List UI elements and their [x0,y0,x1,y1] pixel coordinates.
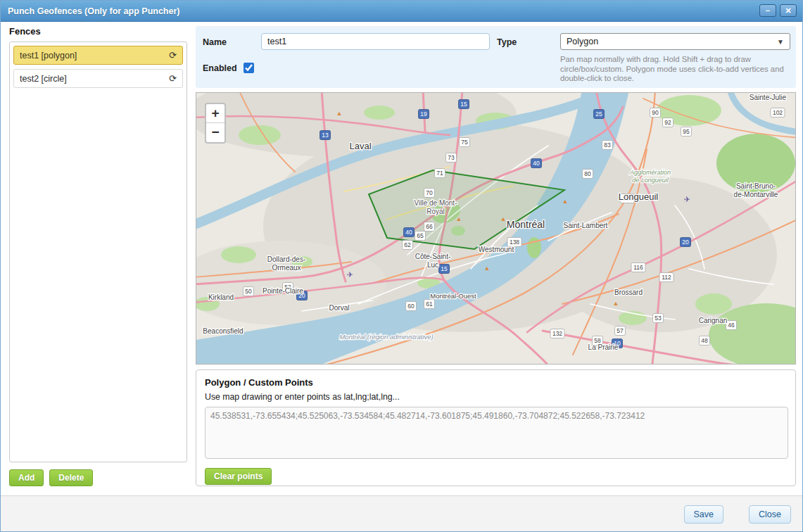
map-label: Montréal [507,219,545,230]
map-label: Agglomération [629,169,671,176]
fences-panel: Fences test1 [polygon] ⟳ test2 [circle] … [9,26,187,486]
zoom-out-button[interactable]: − [206,123,225,142]
shield-number: 53 [655,315,662,322]
map-label: Longueuil [619,191,658,202]
shield-number: 116 [633,264,643,271]
shield-number: 40 [533,160,540,167]
airport-icon: ✈ [346,270,353,279]
fence-item-test1[interactable]: test1 [polygon] ⟳ [13,46,183,65]
close-button-footer[interactable]: Close [749,505,791,524]
map-label: Royal [426,208,445,215]
points-panel: Polygon / Custom Points Use map drawing … [196,369,796,486]
shield-number: 40 [405,229,412,236]
type-label: Type [497,37,517,47]
titlebar-buttons: − ✕ [759,4,797,17]
points-panel-title: Polygon / Custom Points [205,377,787,388]
close-button[interactable]: ✕ [780,4,797,17]
shield-number: 19 [420,110,427,118]
peak-icon: ▲ [562,198,569,205]
map-label: Brossard [614,289,643,296]
shield-number: 20 [682,239,689,246]
shield-number: 15 [460,101,467,108]
map-label: Montréal-Ouest [430,292,476,300]
map-label: Saint-Lambert [564,222,608,229]
map-label: Kirkland [208,293,234,301]
peak-icon: ▲ [613,300,619,307]
map-zoom-control: + − [205,103,226,144]
shield-number: 48 [701,337,708,344]
type-select-value: Polygon [567,37,598,46]
chevron-down-icon: ▼ [777,38,784,46]
shield-number: 71 [436,170,443,177]
close-icon: ✕ [785,6,791,15]
map-label: Côte-Saint- [415,253,451,260]
points-panel-subtitle: Use map drawing or enter points as lat,l… [205,392,787,402]
shield-number: 13 [322,132,329,139]
fence-item-label: test1 [polygon] [20,51,77,61]
fence-item-label: test2 [circle] [20,74,67,84]
shield-number: 25 [595,110,602,118]
enabled-label: Enabled [203,63,237,73]
peak-icon: ▲ [456,215,462,222]
map-label: Montréal (région administrative) [339,333,434,341]
shield-number: 70 [426,189,433,196]
map-label: de Longueuil [632,177,669,184]
shield-number: 92 [664,119,671,126]
minimize-button[interactable]: − [759,4,776,17]
shield-number: 50 [245,288,252,295]
map-label: Carignan [699,317,728,324]
shield-number: 57 [617,327,624,334]
map-label: Westmount [479,246,514,253]
map-canvas[interactable]: 1515134040192520201013211611213413870717… [196,93,795,364]
shield-number: 83 [604,141,611,148]
shield-number: 65 [417,232,424,239]
minimize-icon: − [766,6,770,15]
map-label: Dorval [329,304,350,312]
shield-number: 138 [510,239,519,246]
drawing-help-text: Pan map normally with drag. Hold Shift +… [560,55,798,84]
map-label: Saint-Bruno- [736,182,776,190]
peak-icon: ▲ [336,110,343,117]
map-label: La Prairie [588,343,619,351]
shield-number: 95 [683,128,690,135]
airport-icon: ✈ [683,195,690,203]
fence-actions: Add Delete [9,469,187,486]
shield-number: 112 [662,274,671,281]
map-label: Ville de Mont- [415,199,457,207]
points-textarea[interactable]: 45.538531,-73.655434;45.525063,-73.53458… [205,407,788,459]
refresh-icon[interactable]: ⟳ [169,50,177,61]
shield-number: 66 [426,223,433,230]
map-label: Luc [427,261,438,269]
fences-header: Fences [9,26,187,37]
name-label: Name [203,37,227,47]
type-select[interactable]: Polygon ▼ [560,33,790,50]
shield-number: 46 [728,322,735,329]
fence-form: Name Type Polygon ▼ Enabled Pan map norm… [196,26,796,88]
editor-panel: Name Type Polygon ▼ Enabled Pan map norm… [196,26,796,88]
map-label: Beaconsfield [203,327,243,335]
zoom-in-button[interactable]: + [206,104,225,123]
shield-number: 132 [552,330,562,337]
fence-item-test2[interactable]: test2 [circle] ⟳ [13,69,183,88]
map-label: de-Montarville [734,191,778,198]
save-button[interactable]: Save [684,505,724,524]
map-label: Pointe-Claire [263,287,303,295]
name-input[interactable] [261,33,490,50]
map-label: Ormeaux [272,264,301,272]
add-button[interactable]: Add [9,469,44,486]
clear-points-button[interactable]: Clear points [205,468,272,485]
fence-list: test1 [polygon] ⟳ test2 [circle] ⟳ [9,42,187,462]
map-label: Dollard-des- [267,255,305,263]
refresh-icon[interactable]: ⟳ [169,73,177,84]
shield-number: 75 [461,139,468,146]
shield-number: 60 [407,303,415,310]
shield-number: 80 [584,170,591,177]
dialog-title: Punch Geofences (Only for app Puncher) [1,6,179,16]
shield-number: 102 [773,109,783,116]
delete-button[interactable]: Delete [49,469,93,486]
dialog-titlebar[interactable]: Punch Geofences (Only for app Puncher) −… [1,1,802,22]
shield-number: 15 [441,265,448,272]
map[interactable]: 1515134040192520201013211611213413870717… [196,92,796,365]
enabled-checkbox[interactable] [244,63,254,73]
punch-geofences-dialog: Punch Geofences (Only for app Puncher) −… [0,0,803,532]
